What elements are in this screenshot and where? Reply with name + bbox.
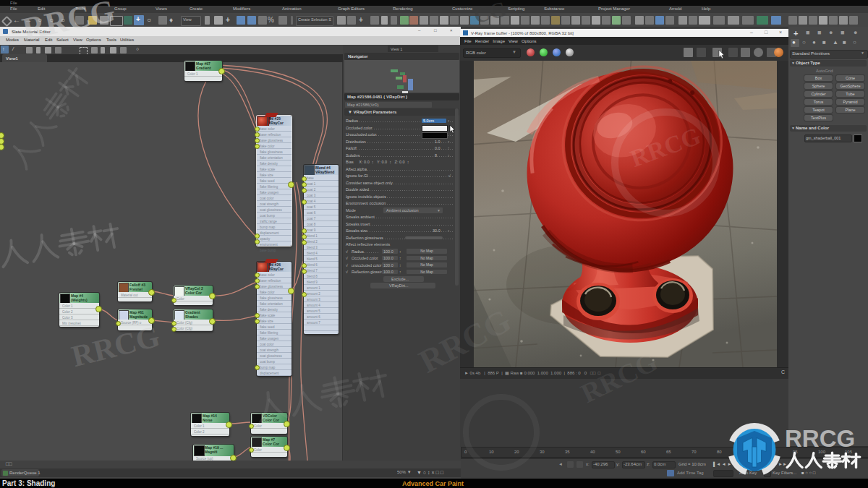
svg-text:RRCG: RRCG (785, 425, 855, 452)
